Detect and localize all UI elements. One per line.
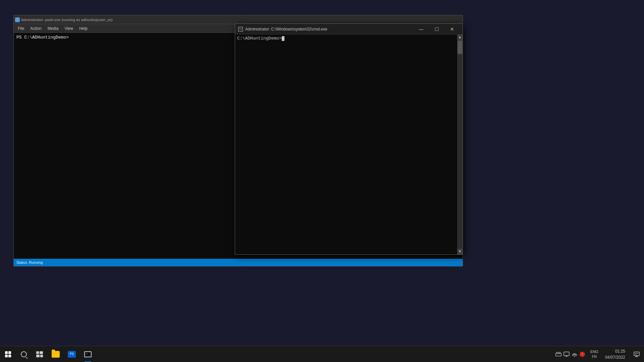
status-label: Status: Running [16,260,43,264]
language-code: ENG [590,349,598,354]
cmd-title-text: Administrator: C:\Windows\system32\cmd.e… [245,27,412,32]
menu-file[interactable]: File [15,25,27,32]
security-icon[interactable]: ! [580,352,585,357]
cmd-window-controls: — ☐ ✕ [414,24,460,35]
menu-media[interactable]: Media [45,25,61,32]
powershell-button[interactable]: PS [64,346,80,362]
cmd-close-button[interactable]: ✕ [444,24,460,35]
start-quad-3 [5,355,8,357]
start-quad-2 [8,351,11,354]
scrollbar-thumb[interactable] [458,41,462,54]
windows-logo-icon [5,351,11,357]
menu-help[interactable]: Help [76,25,90,32]
svg-rect-6 [564,352,569,356]
cmd-maximize-button[interactable]: ☐ [429,24,444,35]
language-indicator[interactable]: ENG FR [588,349,601,359]
start-quad-1 [5,351,8,354]
menu-view[interactable]: View [62,25,76,32]
scrollbar-track[interactable] [457,40,463,249]
taskbar: PS [0,346,644,362]
display-icon[interactable] [564,351,570,357]
network-icon[interactable] [572,351,578,357]
ps-ise-statusbar: Status: Running [14,259,463,266]
cmd-icon-inner: C\ [238,27,243,32]
cmd-scrollbar[interactable]: ▲ ▼ [457,35,463,254]
cmd-prompt-text: C:\ADHuntingDemo> [237,36,461,41]
taskbar-time: 01:25 [605,348,625,354]
search-button[interactable] [16,346,32,362]
network-drive-svg [555,352,561,357]
display-svg [564,352,570,357]
ps-ise-title-short: Administrator: pwsh.exe (running as adhu… [21,18,113,22]
action-center-icon [634,352,640,357]
menu-action[interactable]: Action [28,25,44,32]
action-center-button[interactable] [629,346,644,362]
locale-code: FR [590,354,598,359]
start-button[interactable] [0,346,16,362]
cmd-titlebar: C\ Administrator: C:\Windows\system32\cm… [235,24,463,35]
taskview-button[interactable] [32,346,48,362]
cmd-cursor [282,36,284,41]
scrollbar-down-arrow[interactable]: ▼ [457,249,463,254]
file-explorer-button[interactable] [48,346,64,362]
network-drive-icon[interactable] [555,351,561,357]
svg-rect-0 [36,351,39,354]
scrollbar-up-arrow[interactable]: ▲ [457,35,463,40]
cmd-content[interactable]: C:\ADHuntingDemo> ▲ ▼ [235,35,463,254]
taskbar-items: PS [32,346,96,362]
taskbar-clock[interactable]: 01:25 04/07/2022 [601,348,629,360]
taskview-icon [36,351,43,357]
svg-rect-1 [40,351,43,354]
cmd-minimize-button[interactable]: — [414,24,429,35]
svg-rect-10 [634,352,639,356]
ps-ise-menubar: Administrator: pwsh.exe (running as adhu… [14,15,463,24]
cmd-taskbar-icon-inner [86,353,90,356]
system-icons: ! [553,351,588,357]
cmd-taskbar-button[interactable] [80,346,96,362]
start-quad-4 [8,355,11,357]
desktop: Administrator: pwsh.exe (running as adhu… [0,0,644,362]
taskbar-date: 04/07/2022 [605,354,625,360]
cmd-window-icon: C\ [238,26,243,32]
powershell-icon: PS [68,351,76,358]
search-icon [21,351,27,357]
file-explorer-icon [52,351,60,358]
network-svg [572,352,577,357]
cmd-window: C\ Administrator: C:\Windows\system32\cm… [235,23,463,255]
svg-point-9 [574,356,575,357]
svg-rect-3 [40,355,43,357]
taskbar-system-tray: ! ENG FR 01:25 04/07/2022 [553,346,644,362]
cmd-taskbar-icon [84,351,92,357]
svg-rect-2 [36,355,40,357]
